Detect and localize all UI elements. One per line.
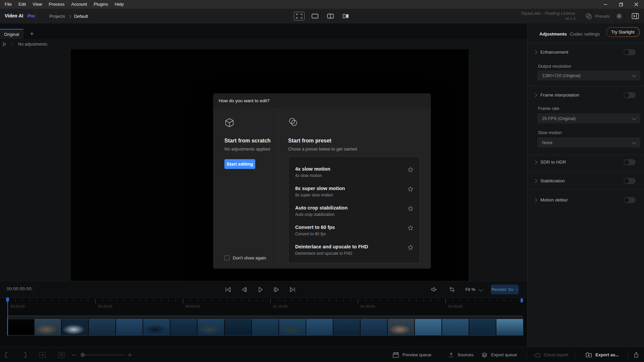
timeline-ruler[interactable]: 00:00:0000:25:0000:50:0001:15:0001:40:00…: [0, 298, 527, 314]
dont-show-again-checkbox[interactable]: [224, 255, 229, 260]
timeline-minor-tick: [175, 299, 176, 302]
menu-help[interactable]: Help: [111, 0, 127, 9]
frame-rate-dropdown[interactable]: 25 FPS (Original): [537, 113, 640, 123]
timeline-zoom-slider-track[interactable]: [80, 355, 124, 355]
window-close-button[interactable]: [629, 0, 644, 9]
menu-file[interactable]: File: [0, 0, 15, 9]
skip-to-start-button[interactable]: [223, 285, 233, 294]
preset-item-4x-slow-motion[interactable]: 4x slow motion 4x slow motion: [288, 163, 420, 182]
filmstrip-thumbnail[interactable]: [62, 319, 88, 335]
previous-frame-button[interactable]: [239, 285, 249, 294]
menu-process[interactable]: Process: [45, 0, 68, 9]
dont-show-again-control[interactable]: Don't show again: [224, 255, 266, 260]
skip-to-end-button[interactable]: [288, 285, 297, 294]
filmstrip-thumbnail[interactable]: [116, 319, 143, 335]
timeline-minor-tick: [402, 299, 402, 302]
filmstrip-thumbnail[interactable]: [225, 319, 251, 335]
mute-button[interactable]: [429, 285, 438, 294]
stabilization-toggle[interactable]: [624, 178, 636, 184]
sources-button[interactable]: Sources: [448, 347, 474, 362]
menu-edit[interactable]: Edit: [15, 0, 29, 9]
settings-button[interactable]: [612, 9, 627, 23]
set-in-point-button[interactable]: [5, 347, 7, 362]
export-queue-button[interactable]: Export queue: [481, 347, 517, 362]
preset-item-deinterlace-upscale-fhd[interactable]: Deinterlace and upscale to FHD Deinterla…: [288, 240, 420, 260]
view-single-panel-button[interactable]: [310, 12, 320, 20]
slow-motion-dropdown[interactable]: None: [537, 137, 640, 147]
favorite-star-icon[interactable]: [408, 244, 414, 250]
zoom-fit-dropdown[interactable]: Fit %: [465, 287, 482, 292]
filmstrip-thumbnail[interactable]: [361, 319, 387, 335]
filmstrip-thumbnail[interactable]: [170, 319, 197, 335]
section-stabilization[interactable]: Stabilization: [528, 178, 644, 184]
favorite-star-icon[interactable]: [408, 225, 414, 231]
section-sdr-to-hdr[interactable]: SDR to HDR: [528, 159, 644, 166]
layers-icon: [481, 352, 488, 358]
next-frame-button[interactable]: [272, 285, 281, 294]
view-single-fullscreen-button[interactable]: [294, 12, 305, 20]
filmstrip-thumbnail[interactable]: [89, 319, 115, 335]
section-frame-interpolation[interactable]: Frame interpolation: [528, 92, 644, 99]
preset-item-auto-crop-stabilization[interactable]: Auto crop stabilization Auto crop stabil…: [288, 201, 420, 221]
export-as-button[interactable]: Export as...: [586, 347, 619, 362]
menu-view[interactable]: View: [29, 0, 45, 9]
breadcrumb-projects[interactable]: Projects: [49, 14, 65, 19]
toolbar-divider: [628, 350, 628, 360]
window-minimize-button[interactable]: [598, 0, 613, 9]
presets-button[interactable]: Presets: [585, 9, 610, 23]
section-enhancement[interactable]: Enhancement: [528, 49, 644, 56]
clear-in-out-button[interactable]: [40, 347, 46, 362]
render-button[interactable]: Render 2s: [491, 285, 519, 294]
tab-adjustments[interactable]: Adjustments: [539, 32, 567, 37]
preview-queue-button[interactable]: Preview queue: [392, 347, 431, 362]
zoom-to-selection-button[interactable]: [58, 347, 64, 362]
window-restore-button[interactable]: [613, 0, 629, 9]
start-editing-button[interactable]: Start editing: [224, 159, 255, 169]
view-side-by-side-button[interactable]: [341, 12, 351, 20]
enhancement-toggle[interactable]: [624, 49, 636, 55]
crop-button[interactable]: [447, 285, 457, 294]
preset-item-convert-to-60-fps[interactable]: Convert to 60 fps Convert to 60 fps: [288, 221, 420, 240]
filmstrip-thumbnail[interactable]: [388, 319, 414, 335]
menu-account[interactable]: Account: [68, 0, 90, 9]
filmstrip-thumbnail[interactable]: [442, 319, 469, 335]
output-resolution-dropdown[interactable]: 1280×720 (Original): [537, 70, 640, 80]
add-tab-button[interactable]: +: [27, 29, 37, 39]
filmstrip-thumbnail[interactable]: [143, 319, 170, 335]
timeline-zoom-slider-knob[interactable]: [80, 353, 85, 357]
timeline-zoom-in-button[interactable]: [128, 347, 132, 362]
tab-original[interactable]: Original: [0, 29, 23, 39]
favorite-star-icon[interactable]: [408, 205, 414, 212]
filmstrip-thumbnail[interactable]: [7, 319, 34, 335]
set-out-point-button[interactable]: [24, 347, 26, 362]
filmstrip-thumbnail[interactable]: [279, 319, 306, 335]
cloud-export-button[interactable]: Cloud export: [534, 347, 569, 362]
toggle-right-panel-button[interactable]: [628, 9, 643, 23]
filmstrip-thumbnail[interactable]: [415, 319, 441, 335]
favorite-star-icon[interactable]: [408, 186, 414, 192]
preset-title: Start from preset: [288, 138, 331, 144]
favorite-star-icon[interactable]: [408, 167, 414, 173]
try-starlight-button[interactable]: Try Starlight: [606, 27, 640, 37]
view-split-button[interactable]: [325, 12, 335, 20]
filmstrip-thumbnail[interactable]: [306, 319, 333, 335]
filmstrip-thumbnail[interactable]: [252, 319, 278, 335]
share-button[interactable]: [633, 347, 639, 362]
play-button[interactable]: [256, 285, 265, 294]
filmstrip-thumbnail[interactable]: [333, 319, 360, 335]
timeline-zoom-out-button[interactable]: [72, 347, 76, 362]
sdr-to-hdr-toggle[interactable]: [624, 159, 636, 165]
timeline-minimap[interactable]: [7, 315, 523, 318]
timeline-minor-tick: [256, 299, 256, 302]
menu-plugins[interactable]: Plugins: [90, 0, 111, 9]
filmstrip-thumbnail[interactable]: [198, 319, 224, 335]
filmstrip-thumbnail[interactable]: [35, 319, 61, 335]
filmstrip-thumbnail[interactable]: [496, 319, 523, 335]
dont-show-again-label: Don't show again: [233, 255, 266, 260]
preset-item-8x-super-slow-motion[interactable]: 8x super slow motion 8x super slow motio…: [288, 182, 420, 201]
motion-deblur-toggle[interactable]: [624, 197, 636, 203]
tab-codec-settings[interactable]: Codec settings: [570, 32, 600, 37]
filmstrip-thumbnail[interactable]: [469, 319, 496, 335]
frame-interpolation-toggle[interactable]: [624, 92, 636, 98]
section-motion-deblur[interactable]: Motion deblur: [528, 197, 644, 203]
